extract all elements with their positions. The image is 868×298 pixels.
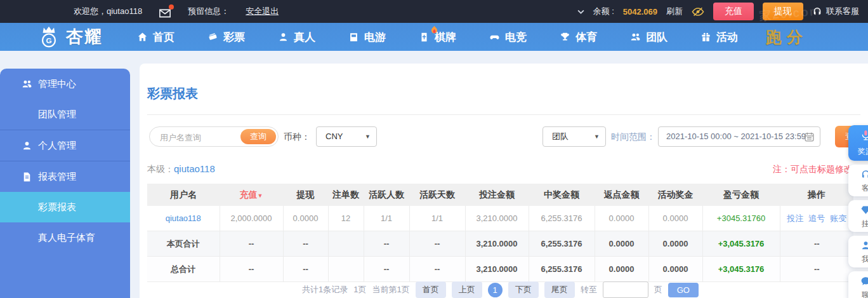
- sort-desc-icon: ▼: [258, 193, 263, 199]
- cell-r1-c2: --: [283, 231, 328, 257]
- cell-r0-c6: 3,210.0000: [465, 206, 529, 231]
- sidebar-item-4[interactable]: 彩票报表: [0, 192, 130, 222]
- go-button[interactable]: GO: [668, 283, 699, 297]
- pages-total: 1页: [353, 284, 366, 295]
- nav-item-gold[interactable]: 跑分: [754, 27, 819, 48]
- jump-label: 转至: [581, 284, 597, 295]
- deposit-button[interactable]: 充值: [713, 3, 754, 20]
- op-link-1[interactable]: 追号: [808, 213, 825, 223]
- logout-link[interactable]: 安全退出: [246, 6, 279, 17]
- cell-r0-c2: 0.0000: [283, 206, 328, 231]
- records-total: 共计1条记录: [302, 284, 348, 295]
- cell-r1-c10: +3,045.3176: [702, 231, 780, 257]
- op-link-2[interactable]: 账变: [830, 213, 846, 223]
- title-divider: [147, 114, 860, 115]
- first-page-button[interactable]: 首页: [416, 281, 446, 298]
- sidebar-item-label: 彩票报表: [38, 201, 76, 212]
- person-icon: [860, 240, 868, 251]
- level-user-link[interactable]: qiutao118: [174, 163, 215, 174]
- col-header-8[interactable]: 返点金额: [595, 184, 648, 206]
- prev-page-button[interactable]: 上页: [452, 281, 482, 298]
- trophy-icon: [560, 32, 570, 43]
- float-widget-2[interactable]: 挂: [848, 200, 868, 232]
- headset-icon: [812, 6, 822, 17]
- cell-r2-c5: --: [409, 257, 465, 282]
- arcade-icon: [348, 32, 359, 43]
- nav-item-6[interactable]: 体育: [543, 23, 614, 51]
- nav-item-2[interactable]: 真人: [261, 23, 332, 51]
- nav-item-0[interactable]: 首页: [121, 23, 191, 51]
- cell-r1-c4: --: [364, 231, 409, 257]
- float-label: 聊: [862, 290, 868, 298]
- nav-item-3[interactable]: 电游: [332, 23, 402, 51]
- nav-item-8[interactable]: 活动: [684, 23, 754, 51]
- float-label: 客: [862, 184, 868, 193]
- mail-icon[interactable]: [159, 7, 171, 17]
- time-range-label: 时间范围：: [611, 132, 655, 143]
- nav-item-label: 活动: [716, 30, 738, 44]
- float-label: 我: [862, 255, 868, 264]
- nav-item-4[interactable]: 棋牌: [402, 23, 473, 51]
- float-widget-3[interactable]: 我: [848, 236, 868, 268]
- ops-cell-r1: --: [780, 231, 853, 257]
- date-range-input[interactable]: 2021-10-15 00:00 ~ 2021-10-15 23:59: [658, 126, 820, 147]
- nav-item-7[interactable]: 团队: [614, 23, 684, 51]
- col-header-1[interactable]: 充值▼: [220, 184, 283, 206]
- sidebar-item-3[interactable]: 报表管理: [0, 161, 130, 192]
- op-link-0[interactable]: 投注: [787, 213, 803, 223]
- nav-item-5[interactable]: 电竞: [473, 23, 543, 51]
- user-link[interactable]: qiutao118: [166, 213, 201, 223]
- col-header-11[interactable]: 操作: [780, 184, 853, 206]
- cell-r1-c9: 0.0000: [648, 231, 702, 257]
- cell-r0-c5: 1/1: [409, 206, 465, 231]
- page-jump-input[interactable]: [603, 281, 648, 298]
- col-header-3[interactable]: 注单数: [328, 184, 364, 206]
- page-number-current[interactable]: 1: [488, 283, 503, 297]
- col-header-6[interactable]: 投注金额: [465, 184, 529, 206]
- contact-service[interactable]: 联系客服: [812, 6, 859, 17]
- float-widget-0[interactable]: 奖源: [848, 125, 868, 161]
- scope-select[interactable]: 团队 ▼: [542, 126, 606, 147]
- nav-item-label: 彩票: [223, 30, 245, 44]
- flame-icon: [429, 25, 440, 36]
- cell-r2-c3: [328, 257, 364, 282]
- cell-r1-c0: 本页合计: [147, 231, 220, 257]
- sidebar-item-2[interactable]: 个人管理: [0, 130, 130, 161]
- chevron-down-icon[interactable]: [577, 10, 584, 14]
- sidebar-item-5[interactable]: 真人电子体育: [0, 222, 130, 253]
- col-header-5[interactable]: 活跃天数: [409, 184, 465, 206]
- current-page-text: 当前第1页: [372, 284, 410, 295]
- col-header-10[interactable]: 盈亏金额: [702, 184, 780, 206]
- col-header-7[interactable]: 中奖金额: [529, 184, 595, 206]
- col-header-2[interactable]: 提现: [283, 184, 328, 206]
- refresh-link[interactable]: 刷新: [666, 6, 683, 17]
- eye-slash-icon[interactable]: [692, 7, 704, 17]
- search-button[interactable]: 查询: [240, 129, 276, 144]
- col-header-4[interactable]: 活跃人数: [364, 184, 409, 206]
- sidebar-item-0[interactable]: 管理中心: [0, 69, 130, 99]
- col-header-0[interactable]: 用户名: [147, 184, 220, 206]
- sidebar-item-label: 管理中心: [38, 78, 76, 89]
- username-search-input[interactable]: [159, 128, 244, 147]
- sidebar-item-label: 个人管理: [38, 140, 76, 151]
- pagination: 共计1条记录 1页 当前第1页 首页 上页 1 下页 尾页 转至 页 GO: [147, 281, 853, 298]
- person-icon: [278, 32, 289, 43]
- float-widget-4[interactable]: 聊: [848, 271, 868, 298]
- last-page-button[interactable]: 尾页: [544, 281, 575, 298]
- sidebar-item-label: 报表管理: [38, 171, 76, 182]
- table-row-2: 总合计--------3,210.00006,255.31760.00000.0…: [147, 257, 853, 282]
- float-widget-1[interactable]: 客: [848, 165, 868, 196]
- sidebar-item-1[interactable]: 团队管理: [0, 99, 130, 130]
- cell-r2-c6: 3,210.0000: [465, 257, 529, 282]
- cell-r0-c8: 0.0000: [595, 206, 648, 231]
- currency-select[interactable]: CNY ▼: [316, 126, 377, 147]
- sidebar-item-label: 真人电子体育: [38, 232, 95, 243]
- date-range-value: 2021-10-15 00:00 ~ 2021-10-15 23:59: [666, 132, 806, 141]
- nav-item-1[interactable]: 彩票: [191, 23, 261, 51]
- col-header-9[interactable]: 活动奖金: [648, 184, 702, 206]
- brand-logo[interactable]: G 杏耀: [37, 25, 103, 48]
- next-page-button[interactable]: 下页: [508, 281, 539, 298]
- sidebar-item-label: 团队管理: [38, 109, 76, 119]
- withdraw-button[interactable]: 提现: [763, 3, 803, 20]
- cell-r1-c5: --: [409, 231, 465, 257]
